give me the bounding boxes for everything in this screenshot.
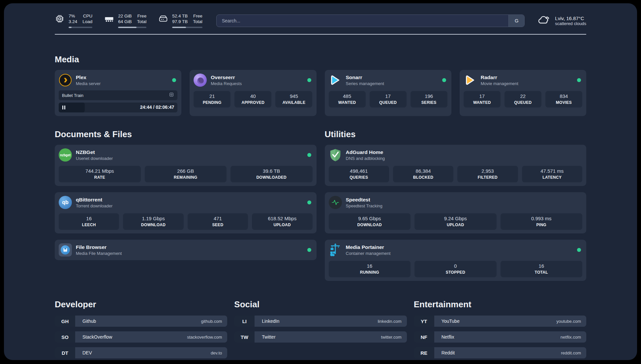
stat-value: 39.6 TB — [232, 168, 311, 174]
service-card-radarr[interactable]: Radarr Movie management 17 WANTED 22 QUE… — [460, 70, 586, 116]
disk-free-value: 52.4 TB — [172, 13, 188, 19]
stat-tile: 196 SERIES — [411, 91, 447, 107]
stat-label: MOVIES — [547, 100, 581, 105]
service-card-adguard[interactable]: AdGuard Home DNS and adblocking 498,461 … — [325, 145, 587, 186]
service-card-plex[interactable]: Plex Media server Bullet Train 24:44 / 0… — [55, 70, 181, 116]
stat-label: DOWNLOADED — [232, 175, 311, 180]
service-subtitle: Speedtest Tracking — [346, 203, 583, 208]
cpu-load-value: 3.24 — [69, 19, 77, 24]
section-title-entertainment: Entertainment — [414, 299, 586, 310]
speedtest-pulse-icon — [329, 196, 342, 209]
stat-tile: 471 SEED — [188, 213, 248, 230]
weather-condition: scattered clouds — [555, 21, 586, 26]
stat-label: DOWNLOAD — [330, 222, 410, 228]
stat-value: 498,461 — [330, 168, 388, 174]
bookmark-abbr: TW — [234, 331, 255, 343]
stat-tile: 16 RUNNING — [329, 261, 411, 277]
bookmark-url: linkedin.com — [378, 319, 401, 324]
stat-label: UPLOAD — [416, 222, 495, 228]
top-bar: 7% 3.24 CPU Load — [55, 13, 586, 28]
stat-label: LATENCY — [523, 175, 581, 180]
bookmark-url: reddit.com — [561, 350, 581, 355]
bookmark-dev[interactable]: DT DEV dev.to — [55, 347, 227, 358]
service-subtitle: Container management — [346, 251, 573, 256]
radarr-icon — [464, 74, 477, 87]
bookmark-abbr: YT — [414, 316, 434, 327]
stat-tile: 86,384 BLOCKED — [393, 166, 453, 182]
weather-widget[interactable]: Lviv, 16.87°C scattered clouds — [537, 15, 586, 27]
bookmark-url: netflix.com — [561, 335, 581, 340]
stat-value: 834 — [547, 93, 581, 100]
status-dot — [307, 153, 311, 157]
search-engine-button[interactable]: G — [508, 15, 524, 27]
service-name: Speedtest — [346, 197, 583, 203]
service-card-sonarr[interactable]: Sonarr Series management 485 WANTED 17 Q… — [325, 70, 451, 116]
stat-tile: 9.24 Gbps UPLOAD — [414, 213, 497, 230]
stat-tile: 1.19 Gbps DOWNLOAD — [123, 213, 183, 230]
stat-value: 266 GB — [146, 168, 226, 174]
service-name: File Browser — [76, 244, 303, 250]
bookmark-name: Twitter — [262, 334, 275, 340]
bookmark-abbr: SO — [55, 331, 75, 343]
disk-progress-fill — [172, 27, 186, 28]
stat-value: 16 — [60, 215, 118, 222]
now-playing-row: Bullet Train — [59, 90, 177, 100]
overseerr-icon — [194, 74, 207, 87]
stat-value: 47.571 ms — [523, 168, 581, 174]
bookmark-linkedin[interactable]: LI LinkedIn linkedin.com — [234, 316, 407, 327]
hard-drive-icon — [158, 14, 168, 24]
playback-time: 24:44 / 02:06:47 — [140, 105, 174, 110]
stat-tile: 266 GB REMAINING — [145, 166, 227, 182]
service-card-speedtest[interactable]: Speedtest Speedtest Tracking 9.65 Gbps D… — [325, 192, 587, 233]
stat-label: DOWNLOAD — [124, 222, 182, 228]
cpu-chip-icon — [55, 14, 65, 24]
section-title-social: Social — [234, 299, 407, 310]
filebrowser-icon — [59, 243, 72, 257]
stat-label: WANTED — [330, 100, 364, 105]
stat-value: 40 — [236, 93, 270, 100]
service-subtitle: Media server — [76, 81, 168, 86]
pause-icon[interactable] — [62, 106, 65, 109]
bookmark-twitter[interactable]: TW Twitter twitter.com — [234, 331, 407, 343]
stat-tile: 17 WANTED — [464, 91, 501, 107]
stat-tile: 39.6 TB DOWNLOADED — [230, 166, 313, 182]
stat-label: FILTERED — [459, 175, 516, 180]
stat-value: 9.24 Gbps — [416, 215, 495, 222]
now-playing-title: Bullet Train — [62, 93, 169, 98]
section-title-utilities: Utilities — [325, 129, 587, 139]
stat-value: 2,953 — [459, 168, 516, 174]
qbittorrent-icon: qb — [59, 196, 72, 209]
stat-tile: 16 LEECH — [59, 213, 119, 230]
service-card-nzbget[interactable]: nzbget NZBGet Usenet downloader 744.21 M… — [55, 145, 317, 186]
cpu-usage-label: CPU — [82, 13, 92, 19]
bookmark-github[interactable]: GH Github github.com — [55, 316, 227, 327]
section-title-media: Media — [55, 54, 586, 65]
stat-value: 9.65 Gbps — [330, 215, 410, 222]
disk-stat-widget: 52.4 TB 97.9 TB Free Total — [158, 13, 202, 28]
bookmark-reddit[interactable]: RE Reddit reddit.com — [414, 347, 586, 358]
cloud-icon — [537, 15, 550, 27]
memory-ram-icon — [104, 14, 114, 24]
sonarr-icon — [329, 74, 342, 87]
service-card-portainer[interactable]: Media Portainer Container management 16 … — [325, 240, 587, 281]
service-subtitle: Series management — [346, 81, 438, 86]
search-bar: G — [216, 15, 525, 27]
search-input[interactable] — [217, 15, 509, 27]
stat-tile: 16 TOTAL — [501, 261, 583, 277]
status-dot — [307, 78, 311, 82]
bookmark-url: stackoverflow.com — [187, 335, 222, 340]
status-dot — [442, 78, 446, 82]
stat-value: 471 — [189, 215, 247, 222]
service-name: NZBGet — [76, 149, 303, 155]
bookmark-stackoverflow[interactable]: SO StackOverflow stackoverflow.com — [55, 331, 227, 343]
cpu-stat-widget: 7% 3.24 CPU Load — [55, 13, 92, 28]
bookmark-youtube[interactable]: YT YouTube youtube.com — [414, 316, 586, 327]
service-card-overseerr[interactable]: Overseerr Media Requests 21 PENDING 40 A… — [190, 70, 316, 116]
service-card-qbittorrent[interactable]: qb qBittorrent Torrent downloader 16 LEE… — [55, 192, 317, 233]
stat-value: 744.21 Mbps — [60, 168, 139, 174]
memory-total-label: Total — [137, 19, 147, 24]
memory-stat-widget: 22 GiB 64 GiB Free Total — [104, 13, 146, 28]
stat-value: 196 — [412, 93, 446, 100]
bookmark-netflix[interactable]: NF Netflix netflix.com — [414, 331, 586, 343]
service-card-filebrowser[interactable]: File Browser Media File Management — [55, 240, 317, 260]
